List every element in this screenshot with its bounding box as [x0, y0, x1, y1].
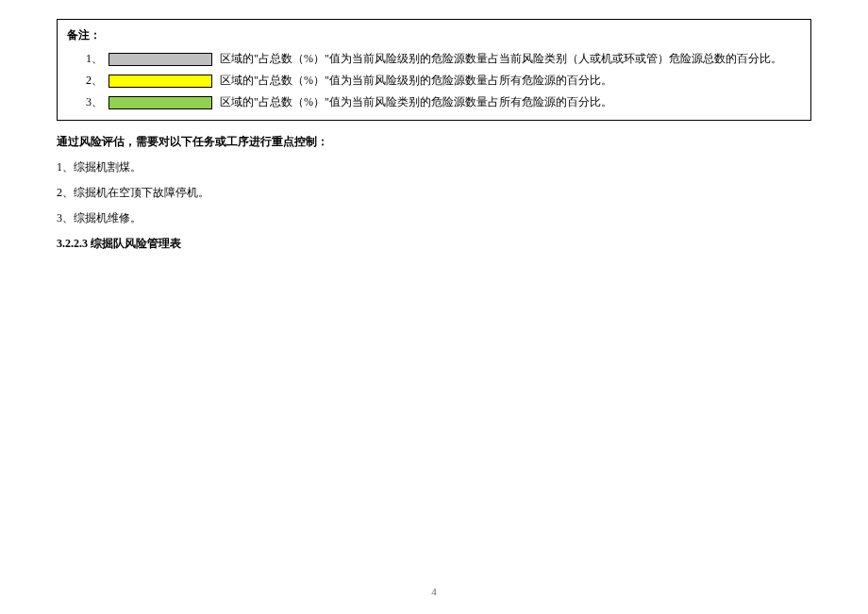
remarks-box: 备注： 1、 区域的"占总数（%）"值为当前风险级别的危险源数量占当前风险类别（… — [57, 19, 811, 121]
remark-index: 1、 — [86, 51, 108, 67]
section-title: 通过风险评估，需要对以下任务或工序进行重点控制： — [57, 134, 811, 150]
remark-row-3: 3、 区域的"占总数（%）"值为当前风险类别的危险源数量占所有危险源的百分比。 — [67, 94, 801, 110]
remark-index: 3、 — [86, 94, 108, 110]
color-swatch-grey — [108, 53, 212, 66]
page-container: 备注： 1、 区域的"占总数（%）"值为当前风险级别的危险源数量占当前风险类别（… — [0, 0, 868, 252]
remark-index: 2、 — [86, 73, 108, 89]
remark-text: 区域的"占总数（%）"值为当前风险级别的危险源数量占当前风险类别（人或机或环或管… — [220, 51, 801, 67]
remark-row-1: 1、 区域的"占总数（%）"值为当前风险级别的危险源数量占当前风险类别（人或机或… — [67, 51, 801, 67]
subheading: 3.2.2.3 综掘队风险管理表 — [57, 236, 811, 252]
remark-row-2: 2、 区域的"占总数（%）"值为当前风险级别的危险源数量占所有危险源的百分比。 — [67, 73, 801, 89]
color-swatch-yellow — [108, 75, 212, 88]
remark-text: 区域的"占总数（%）"值为当前风险类别的危险源数量占所有危险源的百分比。 — [220, 94, 801, 110]
task-item-2: 2、综掘机在空顶下故障停机。 — [57, 185, 811, 201]
page-number: 4 — [0, 586, 868, 597]
task-item-3: 3、综掘机维修。 — [57, 210, 811, 226]
task-item-1: 1、综掘机割煤。 — [57, 159, 811, 175]
remark-text: 区域的"占总数（%）"值为当前风险级别的危险源数量占所有危险源的百分比。 — [220, 73, 801, 89]
remarks-title: 备注： — [67, 27, 801, 43]
color-swatch-green — [108, 96, 212, 109]
